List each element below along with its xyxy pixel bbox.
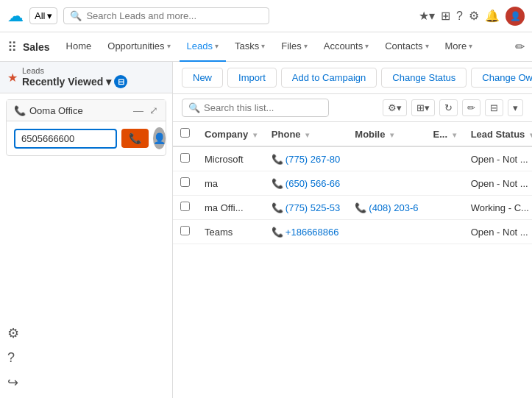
nav-item-tasks[interactable]: Tasks ▾ [227,32,272,62]
recently-viewed-text: Recently Viewed [22,76,103,88]
import-button[interactable]: Import [227,68,277,88]
table-row: Microsoft 📞(775) 267-80 Open - Not ... N… [173,146,532,171]
phone-icon: 📞 [272,178,283,189]
left-panel: ★ Leads Recently Viewed ▾ ⊟ 📞 Ooma Offic… [0,62,173,398]
row-checkbox[interactable] [180,226,190,235]
expand-icon[interactable]: ⤢ [149,104,158,116]
favorites-icon[interactable]: ★▾ [419,9,435,23]
refresh-button[interactable]: ↻ [439,99,458,116]
grid-view-button[interactable]: ⊞▾ [411,99,435,116]
minimize-icon[interactable]: — [133,104,143,116]
all-dropdown[interactable]: All ▾ [29,7,57,24]
nav-edit-icon[interactable]: ✏ [515,40,525,54]
top-bar-actions: ★▾ ⊞ ? ⚙ 🔔 👤 [419,7,525,26]
table-row: ma 📞(650) 566-66 Open - Not ... NCa... ▾ [173,171,532,196]
change-owner-button[interactable]: Change Owner [471,68,532,88]
call-button[interactable]: 📞 [121,129,149,148]
nav-item-contacts[interactable]: Contacts ▾ [377,32,436,62]
avatar-initials: 👤 [153,132,166,144]
company-col-header[interactable]: Company ▾ [197,122,264,146]
nav-item-home[interactable]: Home [59,32,99,62]
phone-cell: 📞(775) 525-53 [264,196,347,220]
mobile-cell [347,171,425,196]
list-toolbar: New Import Add to Campaign Change Status… [173,62,532,94]
phone-cell: 📞(775) 267-80 [264,146,347,171]
logout-icon[interactable]: ↪ [7,374,165,391]
chevron-down-icon: ▾ [215,42,219,50]
lead-status-cell: Open - Not ... [464,146,532,171]
avatar-image: 👤 [510,11,521,21]
mobile-link[interactable]: 📞(408) 203-6 [355,202,418,213]
lead-status-cell: Open - Not ... [464,171,532,196]
add-widget-icon[interactable]: ⊞ [441,9,450,23]
add-to-campaign-button[interactable]: Add to Campaign [281,68,377,88]
phone-icon: 📞 [272,202,283,213]
nav-accounts-label: Accounts [324,40,363,51]
chevron-down-icon: ▾ [261,42,265,50]
phone-col-header[interactable]: Phone ▾ [264,122,347,146]
phone-widget-header: 📞 Ooma Office — ⤢ [7,100,166,121]
nav-item-opportunities[interactable]: Opportunities ▾ [100,32,177,62]
chevron-down-icon: ▾ [425,42,429,50]
chevron-down-icon: ▾ [167,42,171,50]
filter-button[interactable]: ⊟ [485,99,503,116]
row-checkbox[interactable] [180,153,190,163]
lead-status-col-header[interactable]: Lead Status ▾ [464,122,532,146]
list-search: 🔍 [182,99,329,117]
user-avatar[interactable]: 👤 [506,7,525,26]
list-search-input[interactable] [204,102,322,113]
nav-item-accounts[interactable]: Accounts ▾ [316,32,376,62]
phone-link[interactable]: 📞+186668866 [272,227,340,238]
phone-widget: 📞 Ooma Office — ⤢ 📞 👤 [6,99,166,156]
phone-link[interactable]: 📞(775) 525-53 [272,202,340,213]
phone-cell: 📞(650) 566-66 [264,171,347,196]
select-all-checkbox[interactable] [180,128,190,138]
nav-files-label: Files [281,40,301,51]
help-icon[interactable]: ? [456,10,463,23]
filter-settings-button[interactable]: ⚙▾ [383,99,407,116]
phone-input-row: 📞 👤 [7,121,166,155]
nav-opportunities-label: Opportunities [107,40,164,51]
global-search-input[interactable] [86,10,248,21]
lead-status-cell: Working - C... [464,196,532,220]
settings-icon[interactable]: ⚙ [7,325,165,341]
row-checkbox[interactable] [180,177,190,187]
company-cell: ma Offi... [197,196,264,220]
nav-item-more[interactable]: More ▾ [438,32,480,62]
row-checkbox[interactable] [180,202,190,211]
phone-icon: 📞 [14,105,26,116]
help-circle-icon[interactable]: ? [7,350,165,366]
list-count-badge: ⊟ [114,75,127,88]
list-control-icons: ⚙▾ ⊞▾ ↻ ✏ ⊟ ▾ [383,99,523,116]
leads-breadcrumb-label: Leads [22,66,127,75]
phone-number-input[interactable] [14,129,117,149]
change-status-button[interactable]: Change Status [381,68,467,88]
phone-widget-title-text: Ooma Office [29,105,83,116]
app-name: Sales [23,41,50,53]
email-col-header[interactable]: E... ▾ [426,122,464,146]
nav-more-label: More [445,40,467,51]
chevron-down-icon[interactable]: ▾ [106,76,111,88]
leads-table: Company ▾ Phone ▾ Mobile ▾ E... ▾ Lead S… [173,122,532,398]
top-bar: ☁ All ▾ 🔍 ★▾ ⊞ ? ⚙ 🔔 👤 [0,0,532,32]
mobile-col-header[interactable]: Mobile ▾ [347,122,425,146]
nav-home-label: Home [66,40,92,51]
notification-bell-icon[interactable]: 🔔 [485,9,500,23]
recently-viewed-label: Recently Viewed ▾ ⊟ [22,75,127,88]
nav-leads-label: Leads [187,40,213,51]
app-switcher-icon[interactable]: ⠿ [7,39,17,55]
nav-item-leads[interactable]: Leads ▾ [180,32,226,62]
phone-link[interactable]: 📞(775) 267-80 [272,154,340,165]
edit-columns-button[interactable]: ✏ [462,99,480,116]
left-panel-header: ★ Leads Recently Viewed ▾ ⊟ [0,62,172,93]
new-button[interactable]: New [182,68,223,88]
more-button[interactable]: ▾ [508,99,523,116]
cloud-logo-icon: ☁ [7,7,24,26]
email-cell [426,220,464,244]
nav-item-files[interactable]: Files ▾ [274,32,314,62]
table-row: Teams 📞+186668866 Open - Not ... NCa... … [173,220,532,244]
setup-icon[interactable]: ⚙ [469,9,479,23]
nav-bar: ⠿ Sales Home Opportunities ▾ Leads ▾ Tas… [0,32,532,62]
phone-link[interactable]: 📞(650) 566-66 [272,178,340,189]
phone-icon: 📞 [272,227,283,238]
